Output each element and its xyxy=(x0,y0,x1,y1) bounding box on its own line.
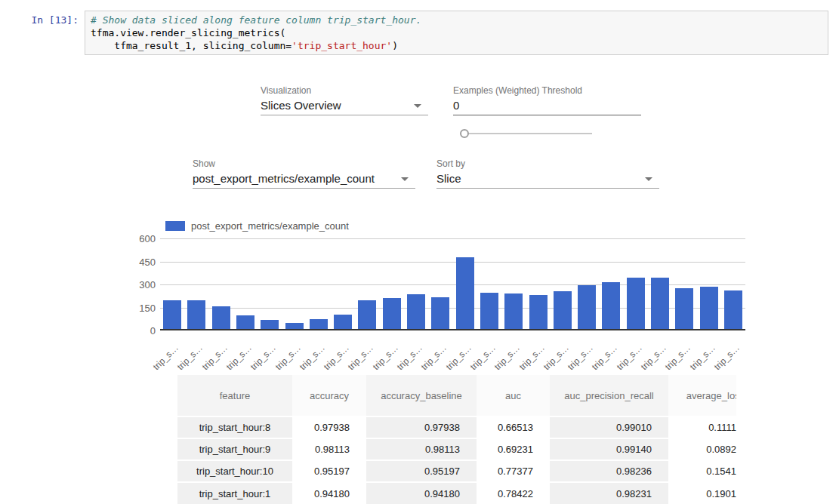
chevron-down-icon[interactable] xyxy=(414,104,421,108)
feature-cell: trip_start_hour:9 xyxy=(177,438,292,460)
threshold-slider-track[interactable] xyxy=(465,133,592,134)
code-line-3: tfma_result_1, slicing_column= xyxy=(91,40,291,51)
visualization-label: Visualization xyxy=(261,85,311,96)
show-metric-select[interactable]: post_export_metrics/example_count xyxy=(193,172,375,185)
metric-cell: 0.1541 xyxy=(668,460,736,482)
bar[interactable] xyxy=(578,285,596,329)
y-axis-tick-label: 450 xyxy=(121,257,156,268)
code-line-3-close: ) xyxy=(392,40,398,51)
gridline xyxy=(160,238,745,239)
bar[interactable] xyxy=(602,282,620,329)
legend-swatch xyxy=(165,221,185,231)
metric-cell: 0.99140 xyxy=(550,438,668,460)
table-body: trip_start_hour:80.979380.979380.665130.… xyxy=(177,416,736,504)
threshold-underline xyxy=(453,115,641,115)
metric-cell: 0.97938 xyxy=(292,416,366,438)
bar[interactable] xyxy=(407,294,425,329)
column-header: auc xyxy=(477,375,550,416)
code-content: # Show data sliced along feature column … xyxy=(91,14,822,52)
bar[interactable] xyxy=(334,315,352,329)
code-comment: # Show data sliced along feature column … xyxy=(91,14,421,26)
legend-label: post_export_metrics/example_count xyxy=(191,220,349,232)
metric-cell: 0.94180 xyxy=(366,482,477,504)
gridline xyxy=(160,262,745,263)
bar[interactable] xyxy=(383,298,401,329)
bar[interactable] xyxy=(651,278,669,329)
metric-cell: 0.1901 xyxy=(668,482,736,504)
bar[interactable] xyxy=(675,288,693,329)
column-header: auc_precision_recall xyxy=(550,375,668,416)
metric-cell: 0.69231 xyxy=(477,438,550,460)
bar[interactable] xyxy=(310,319,328,329)
metrics-table: featureaccuracyaccuracy_baselineaucauc_p… xyxy=(177,375,736,504)
visualization-select[interactable]: Slices Overview xyxy=(261,99,341,112)
metric-cell: 0.99010 xyxy=(550,416,668,438)
threshold-input[interactable]: 0 xyxy=(453,99,459,112)
bar[interactable] xyxy=(358,300,376,329)
metric-cell: 0.94180 xyxy=(292,482,366,504)
bar[interactable] xyxy=(627,278,645,329)
metric-cell: 0.98113 xyxy=(292,438,366,460)
bar[interactable] xyxy=(431,297,449,329)
feature-cell: trip_start_hour:1 xyxy=(177,482,292,504)
visualization-underline xyxy=(261,115,428,115)
code-cell[interactable]: # Show data sliced along feature column … xyxy=(85,11,828,55)
threshold-slider-handle[interactable] xyxy=(460,129,469,138)
table-row[interactable]: trip_start_hour:100.951970.951970.773770… xyxy=(177,460,736,482)
bar[interactable] xyxy=(700,287,718,329)
bar[interactable] xyxy=(480,293,498,329)
metric-cell: 0.66513 xyxy=(477,416,550,438)
metric-cell: 0.98236 xyxy=(550,460,668,482)
code-line-2: tfma.view.render_slicing_metrics( xyxy=(91,27,285,38)
show-underline xyxy=(193,188,415,189)
column-header: average_loss xyxy=(668,375,736,416)
metric-cell: 0.95197 xyxy=(366,460,477,482)
y-axis-tick-label: 0 xyxy=(121,325,156,337)
column-header: accuracy xyxy=(292,375,366,416)
notebook-screen: In [13]: # Show data sliced along featur… xyxy=(0,0,839,504)
metric-cell: 0.97938 xyxy=(366,416,477,438)
y-axis-tick-label: 150 xyxy=(121,303,156,314)
bar[interactable] xyxy=(456,257,474,329)
column-header: feature xyxy=(177,375,292,416)
metric-cell: 0.98231 xyxy=(550,482,668,504)
show-label: Show xyxy=(193,158,215,169)
code-string: 'trip_start_hour' xyxy=(291,40,392,51)
bar[interactable] xyxy=(554,291,572,329)
metric-cell: 0.1111 xyxy=(668,416,736,438)
metric-cell: 0.95197 xyxy=(292,460,366,482)
x-axis: trip_s…trip_s…trip_s…trip_s…trip_s…trip_… xyxy=(160,333,745,364)
chevron-down-icon[interactable] xyxy=(401,177,409,181)
bar[interactable] xyxy=(261,320,279,329)
metric-cell: 0.0892 xyxy=(668,438,736,460)
bar-chart-plot-area xyxy=(160,238,745,330)
feature-cell: trip_start_hour:8 xyxy=(177,416,292,438)
chevron-down-icon[interactable] xyxy=(645,177,652,181)
table-row[interactable]: trip_start_hour:90.981130.981130.692310.… xyxy=(177,438,736,460)
sort-by-select[interactable]: Slice xyxy=(436,172,461,185)
metric-cell: 0.98113 xyxy=(366,438,477,460)
bar[interactable] xyxy=(212,306,230,329)
metric-cell: 0.77377 xyxy=(477,460,550,482)
chart-legend: post_export_metrics/example_count xyxy=(165,220,349,232)
bar[interactable] xyxy=(285,323,304,329)
column-header: accuracy_baseline xyxy=(366,375,477,416)
table-row[interactable]: trip_start_hour:80.979380.979380.665130.… xyxy=(177,416,736,438)
table-row[interactable]: trip_start_hour:10.941800.941800.784220.… xyxy=(177,482,736,504)
bar[interactable] xyxy=(504,293,523,329)
bar[interactable] xyxy=(236,315,254,329)
threshold-label: Examples (Weighted) Threshold xyxy=(453,85,582,96)
y-axis-tick-label: 300 xyxy=(121,279,156,290)
sort-underline xyxy=(436,188,659,189)
table-header-row: featureaccuracyaccuracy_baselineaucauc_p… xyxy=(177,375,736,416)
sort-by-label: Sort by xyxy=(436,158,465,169)
bar[interactable] xyxy=(724,290,742,329)
bar[interactable] xyxy=(187,300,205,329)
metric-cell: 0.78422 xyxy=(477,482,550,504)
cell-execution-prompt: In [13]: xyxy=(14,14,79,26)
y-axis-tick-label: 600 xyxy=(121,233,156,244)
metrics-table-container[interactable]: featureaccuracyaccuracy_baselineaucauc_p… xyxy=(177,375,736,504)
bar[interactable] xyxy=(163,300,181,329)
feature-cell: trip_start_hour:10 xyxy=(177,460,292,482)
bar[interactable] xyxy=(529,295,548,329)
